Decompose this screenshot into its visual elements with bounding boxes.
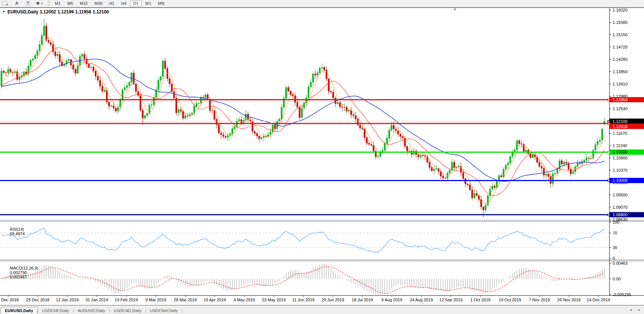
text-label-tool-icon[interactable]: T (24, 0, 32, 6)
candle-body (196, 103, 197, 106)
candle-body (422, 155, 424, 156)
price-tick-label: 1.13850 (613, 69, 628, 74)
candle-body (180, 110, 182, 112)
price-tick-label: 1.15580 (613, 20, 628, 25)
candle-body (429, 162, 430, 168)
macd-panel (1, 264, 604, 295)
candle-body (90, 67, 92, 67)
timeframe-button-h4[interactable]: H4 (118, 0, 129, 7)
chart-canvas[interactable]: 1.160201.155801.151501.147201.142801.138… (0, 7, 644, 314)
candle-body (364, 129, 365, 138)
macd-name: MACD(12,26,9) (10, 266, 38, 270)
candle-body (449, 170, 451, 173)
candle-body (563, 162, 565, 164)
candle-body (328, 79, 329, 91)
candle-body (131, 73, 132, 82)
text-label-glyph: T (26, 1, 30, 6)
rsi-line (1, 228, 604, 253)
horizontal-lines[interactable] (0, 100, 609, 215)
timeframe-button-d1[interactable]: D1 (130, 0, 142, 7)
ohlc-close: 1.12100 (93, 9, 109, 15)
candle-body (543, 168, 545, 175)
candle-body (525, 150, 527, 151)
candle-body (93, 67, 94, 71)
tab-usdcad[interactable]: USDCAD,Daily (110, 307, 145, 314)
candle-body (285, 87, 287, 98)
candle-body (583, 160, 585, 162)
fibonacci-icon[interactable]: F (1, 0, 10, 6)
candle-body (492, 186, 493, 189)
candle-body (223, 135, 224, 137)
timeframe-button-h1[interactable]: H1 (106, 0, 117, 7)
candle-body (185, 116, 186, 118)
candle-body (545, 174, 547, 175)
chart-shift-marker-icon[interactable] (453, 9, 456, 11)
date-tick-label: 12 Sep 2019 (439, 298, 462, 302)
candle-body (467, 184, 468, 185)
candle-body (572, 172, 574, 174)
chart-symbol-label: EURUSD,Daily (7, 9, 38, 15)
date-tick-label: 6 Aug 2019 (381, 298, 402, 302)
candle-body (586, 158, 587, 160)
date-tick-label: 19 Feb 2019 (115, 298, 138, 302)
candle-body (453, 162, 455, 168)
candle-body (115, 108, 117, 111)
scroll-left-icon[interactable]: ◄ (629, 308, 632, 312)
tab-usdchf[interactable]: USDCHF,Daily (38, 307, 73, 314)
candle-body (503, 170, 504, 177)
candle-body (301, 108, 303, 118)
candle-body (227, 136, 229, 137)
candle-body (315, 74, 316, 75)
candle-body (487, 196, 489, 205)
candle-body (72, 65, 74, 69)
candle-body (220, 133, 222, 135)
candle-body (95, 71, 96, 76)
timeframe-button-m15[interactable]: M15 (77, 0, 91, 7)
price-badge-1.12859-label: 1.12859 (613, 97, 628, 102)
price-tick-label: 1.09500 (613, 193, 628, 197)
price-tick-label: 1.12540 (613, 106, 628, 111)
candle-body (348, 110, 350, 111)
date-tick-label: 25 Dec 2018 (26, 298, 49, 302)
candle-body (182, 111, 184, 118)
fibonacci-glyph: F (6, 3, 8, 6)
date-tick-label: 14 Dec 2019 (587, 298, 610, 302)
candle-body (202, 97, 204, 98)
arrows-tool-icon[interactable]: ❖▾ (35, 0, 44, 6)
timeframe-button-m30[interactable]: M30 (92, 0, 105, 7)
timeframe-button-w1[interactable]: W1 (142, 0, 155, 7)
timeframe-buttons-group: M1M5M15M30H1H4D1W1MN (52, 0, 168, 7)
candle-body (384, 144, 386, 150)
ma-line-34 (1, 59, 604, 181)
tab-audusd[interactable]: AUDUSD,Daily (74, 307, 109, 314)
candle-body (579, 163, 580, 164)
price-badge-1.10008-label: 1.10008 (613, 178, 628, 183)
ohlc-low: 1.11956 (75, 9, 91, 15)
scroll-right-icon[interactable]: ► (638, 308, 641, 312)
timeframe-button-m5[interactable]: M5 (64, 0, 76, 7)
candle-body (279, 119, 280, 121)
arrows-glyph: ❖ (36, 1, 40, 6)
timeframe-button-mn[interactable]: MN (155, 0, 167, 7)
date-tick-label: 9 Mar 2019 (145, 298, 166, 302)
candle-body (413, 151, 415, 155)
macd-label: MACD(12,26,9) 0.002790 0.001467 (3, 261, 38, 284)
text-tool-icon[interactable]: A (12, 0, 21, 6)
candle-body (59, 54, 61, 62)
expand-triangle-icon[interactable]: ▼ (2, 10, 5, 13)
candles (1, 19, 605, 217)
candle-body (406, 146, 408, 151)
date-tick-label: 12 Jan 2019 (56, 298, 79, 302)
candle-body (124, 87, 126, 90)
date-tick-label: 29 Jun 2019 (322, 298, 344, 302)
candle-body (129, 83, 130, 86)
candle-body (554, 173, 556, 174)
timeframe-button-m1[interactable]: M1 (52, 0, 64, 7)
tab-usdcnh[interactable]: USDCNH,Daily (146, 307, 182, 314)
date-tick-label: 4 May 2019 (233, 298, 255, 302)
candle-body (5, 73, 7, 73)
candle-body (126, 86, 128, 87)
tab-eurusd[interactable]: EURUSD,Daily (1, 307, 37, 314)
badge-anchor-square (608, 180, 610, 181)
candle-body (238, 119, 240, 121)
